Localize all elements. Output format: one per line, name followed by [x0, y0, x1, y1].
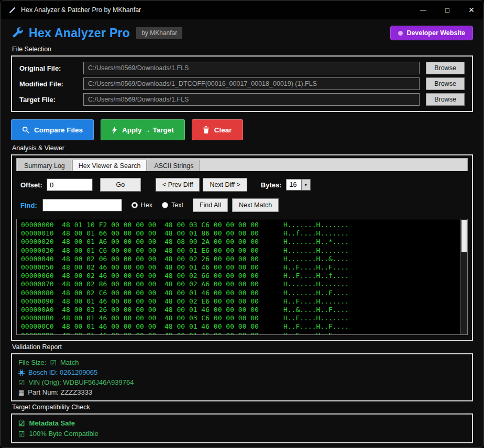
- hex-row: 000000B0 48 00 01 46 00 00 00 00 48 00 0…: [21, 314, 460, 322]
- text-radio-label: Text: [171, 201, 183, 209]
- window-title: Hex Analyzer & Patcher Pro by MKhanfar: [21, 6, 141, 14]
- compare-files-button[interactable]: Compare Files: [11, 119, 94, 140]
- text-radio-button[interactable]: [162, 202, 168, 208]
- hex-row: 000000D0 48 00 01 46 00 00 00 00 48 00 0…: [21, 331, 460, 334]
- hex-row: 00000060 48 00 02 46 00 00 00 00 48 00 0…: [21, 272, 460, 280]
- file-selection-label: File Selection: [12, 46, 473, 53]
- clear-button[interactable]: Clear: [192, 119, 243, 140]
- app-header: Hex Analyzer Pro by MKhanfar Developer W…: [11, 26, 473, 40]
- check-icon: ☑: [18, 430, 25, 438]
- target-browse-button[interactable]: Browse: [426, 93, 465, 106]
- offset-label: Offset:: [20, 181, 42, 189]
- window-controls: — □ ×: [411, 1, 483, 19]
- website-icon: [398, 31, 403, 36]
- action-buttons: Compare Files Apply → Target Clear: [11, 119, 473, 140]
- trash-icon: [203, 126, 210, 133]
- apply-target-button[interactable]: Apply → Target: [101, 119, 185, 140]
- chip-icon: [18, 369, 25, 376]
- modified-file-row: Modified File: Browse: [19, 77, 465, 90]
- metadata-safe-status: ☑ Metadata Safe: [18, 419, 466, 428]
- hex-radio-label: Hex: [141, 201, 152, 209]
- app-icon: [9, 7, 16, 14]
- hex-scrollbar[interactable]: [460, 219, 467, 334]
- hex-viewer-frame: 00000000 48 01 10 F2 00 00 00 00 48 00 0…: [16, 219, 468, 335]
- target-file-row: Target File: Browse: [19, 93, 465, 106]
- compare-files-label: Compare Files: [34, 126, 83, 134]
- file-size-label: File Size:: [18, 359, 46, 366]
- prev-diff-button[interactable]: < Prev Diff: [156, 178, 200, 192]
- hex-rows[interactable]: 00000000 48 01 10 F2 00 00 00 00 48 00 0…: [17, 219, 460, 334]
- developer-website-button[interactable]: Developer Website: [390, 26, 473, 40]
- bytes-value: 16: [286, 179, 302, 191]
- hex-row: 00000070 48 00 02 86 00 00 00 00 48 00 0…: [21, 280, 460, 288]
- bosch-id-value: Bosch ID: 0261209065: [28, 368, 97, 376]
- find-input[interactable]: [42, 199, 122, 211]
- byline-badge: by MKhanfar: [136, 27, 182, 39]
- modified-file-label: Modified File:: [19, 80, 83, 88]
- app-window: Hex Analyzer & Patcher Pro by MKhanfar —…: [0, 0, 484, 448]
- original-file-label: Original File:: [19, 64, 83, 72]
- maximize-button[interactable]: □: [435, 1, 459, 19]
- clear-label: Clear: [214, 126, 232, 134]
- hex-row: 00000080 48 00 02 C6 00 00 00 00 48 00 0…: [21, 289, 460, 297]
- check-icon: ☑: [18, 379, 25, 386]
- target-file-input[interactable]: [83, 93, 420, 106]
- compatibility-group: ☑ Metadata Safe ☑ 100% Byte Compatible: [11, 413, 473, 443]
- chevron-down-icon[interactable]: ▼: [302, 179, 311, 191]
- byte-compatible-status: ☑ 100% Byte Compatible: [18, 429, 466, 438]
- bytes-dropdown[interactable]: 16 ▼: [286, 179, 311, 191]
- find-all-button[interactable]: Find All: [193, 198, 228, 212]
- hex-radio-button[interactable]: [131, 202, 138, 208]
- grid-icon: ▦: [18, 389, 24, 396]
- modified-file-input[interactable]: [83, 77, 420, 90]
- hex-radio-group[interactable]: Hex: [131, 201, 152, 209]
- file-size-value: Match: [60, 359, 79, 366]
- byte-compatible-label: 100% Byte Compatible: [29, 430, 98, 438]
- file-size-status: File Size: ☑ Match: [18, 358, 466, 367]
- analysis-group: Summary Log Hex Viewer & Search ASCII St…: [11, 154, 473, 341]
- text-radio-group[interactable]: Text: [162, 201, 183, 209]
- part-num-status: ▦ Part Num: ZZZZ3333: [18, 388, 466, 397]
- offset-input[interactable]: [47, 178, 93, 191]
- file-selection-group: Original File: Browse Modified File: Bro…: [11, 55, 473, 112]
- part-num-value: Part Num: ZZZZ3333: [28, 388, 92, 396]
- main-content: Hex Analyzer Pro by MKhanfar Developer W…: [1, 19, 483, 447]
- hex-row: 000000C0 48 00 01 46 00 00 00 00 48 00 0…: [21, 322, 460, 331]
- hex-row: 00000010 48 00 01 66 00 00 00 00 48 00 0…: [21, 229, 460, 238]
- bytes-label: Bytes:: [261, 181, 282, 189]
- vin-value: VIN (Orig): WDBUF56J46A939764: [29, 378, 134, 386]
- original-browse-button[interactable]: Browse: [426, 62, 465, 74]
- hex-row: 000000A0 48 00 03 26 00 00 00 00 48 00 0…: [21, 306, 460, 314]
- tab-ascii-strings[interactable]: ASCII Strings: [148, 160, 200, 171]
- validation-group: File Size: ☑ Match Bosch ID: 0261209065 …: [11, 353, 473, 401]
- original-file-input[interactable]: [83, 62, 420, 74]
- hex-row: 00000020 48 00 01 A6 00 00 00 00 48 08 0…: [21, 238, 460, 246]
- tab-hex-viewer[interactable]: Hex Viewer & Search: [72, 160, 147, 171]
- go-button[interactable]: Go: [100, 178, 141, 192]
- viewer-tabbar: Summary Log Hex Viewer & Search ASCII St…: [16, 158, 468, 171]
- minimize-button[interactable]: —: [411, 1, 435, 19]
- hex-scrollbar-thumb[interactable]: [461, 220, 467, 252]
- target-file-label: Target File:: [19, 96, 83, 104]
- apply-target-label: Apply → Target: [122, 126, 174, 134]
- modified-browse-button[interactable]: Browse: [426, 77, 465, 90]
- find-label: Find:: [20, 201, 37, 209]
- titlebar: Hex Analyzer & Patcher Pro by MKhanfar —…: [1, 1, 483, 19]
- bolt-icon: [112, 126, 117, 134]
- search-icon: [22, 126, 29, 133]
- hex-row: 00000000 48 01 10 F2 00 00 00 00 48 00 0…: [21, 221, 460, 229]
- wrench-icon: [11, 27, 24, 39]
- close-button[interactable]: ×: [459, 1, 483, 19]
- next-diff-button[interactable]: Next Diff >: [203, 178, 247, 192]
- compatibility-label: Target Compatibility Check: [12, 404, 473, 411]
- hex-row: 00000050 48 00 02 46 00 00 00 00 48 00 0…: [21, 263, 460, 272]
- hex-row: 00000030 48 00 01 C6 00 00 00 00 48 00 0…: [21, 247, 460, 255]
- next-match-button[interactable]: Next Match: [232, 198, 279, 212]
- validation-label: Validation Report: [12, 343, 473, 351]
- offset-toolbar: Offset: Go < Prev Diff Next Diff > Bytes…: [20, 178, 468, 192]
- hex-row: 00000090 48 00 01 46 00 00 00 00 48 00 0…: [21, 297, 460, 306]
- vin-status: ☑ VIN (Orig): WDBUF56J46A939764: [18, 378, 466, 387]
- check-icon: ☑: [18, 420, 25, 427]
- tab-summary-log[interactable]: Summary Log: [18, 160, 71, 171]
- metadata-safe-label: Metadata Safe: [29, 419, 75, 427]
